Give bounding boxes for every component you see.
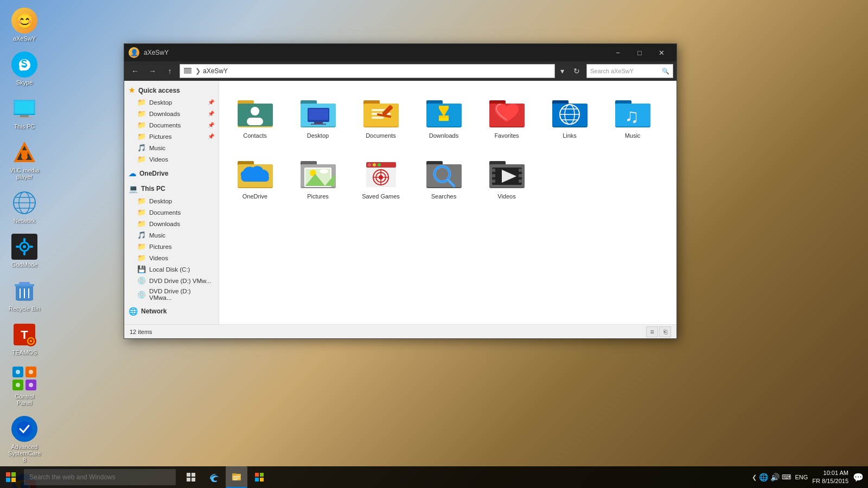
file-item-downloads[interactable]: Downloads: [414, 87, 473, 144]
downloads-folder-label: Downloads: [429, 132, 458, 139]
sidebar-pictures-label: Pictures: [149, 133, 172, 140]
task-view-button[interactable]: [180, 466, 202, 488]
desktop-icon-network[interactable]: Network: [5, 188, 43, 226]
sidebar-item-desktop[interactable]: 📁 Desktop 📌: [124, 97, 219, 108]
skype-label: Skype: [16, 79, 33, 86]
advsyscare-label: Advanced SystemCare 8: [8, 444, 41, 463]
desktop-icon-godmode[interactable]: GodMode: [5, 232, 43, 270]
desktop-icon-thispc[interactable]: This PC: [5, 93, 43, 132]
desktop-icon-recyclebin[interactable]: Recycle Bin: [5, 275, 43, 314]
sidebar-item-pictures[interactable]: 📁 Pictures 📌: [124, 131, 219, 142]
recyclebin-label: Recycle Bin: [9, 305, 40, 312]
folder-icon: 📁: [137, 254, 146, 262]
search-box[interactable]: Search aXeSwY 🔍: [586, 64, 673, 78]
svg-rect-59: [311, 124, 326, 125]
videos-folder-icon: [485, 153, 528, 191]
sidebar-item-music[interactable]: 🎵 Music: [124, 142, 219, 153]
sidebar-item-pictures2[interactable]: 📁 Pictures: [124, 241, 219, 252]
svg-rect-65: [372, 117, 384, 119]
address-bar[interactable]: ❯ aXeSwY: [180, 64, 555, 78]
sidebar-onedrive-header[interactable]: ☁ OneDrive: [124, 167, 219, 180]
refresh-button[interactable]: ↻: [569, 63, 584, 79]
desktop-icon-controlpanel[interactable]: Control Panel: [5, 363, 43, 408]
back-button[interactable]: ←: [127, 63, 143, 79]
sidebar-item-videos[interactable]: 📁 Videos: [124, 153, 219, 165]
sidebar-item-dvd2[interactable]: 💿 DVD Drive (D:) VMwa...: [124, 286, 219, 303]
svg-rect-146: [255, 478, 259, 481]
file-item-videos[interactable]: Videos: [477, 148, 536, 204]
file-item-links[interactable]: Links: [540, 87, 599, 144]
sidebar-item-localdisk[interactable]: 💾 Local Disk (C:): [124, 264, 219, 275]
tray-chevron[interactable]: ❮: [752, 474, 757, 481]
file-explorer-button[interactable]: [226, 466, 247, 488]
taskbar-search-input[interactable]: [24, 469, 176, 485]
sidebar-item-music2[interactable]: 🎵 Music: [124, 229, 219, 241]
desktop-icon-teamos[interactable]: T TEAMOS: [5, 319, 43, 358]
svg-rect-3: [20, 115, 29, 117]
minimize-button[interactable]: −: [607, 44, 629, 61]
sidebar-item-documents2[interactable]: 📁 Documents: [124, 207, 219, 218]
sidebar-item-downloads2[interactable]: 📁 Downloads: [124, 218, 219, 229]
sidebar-thispc-header[interactable]: 💻 This PC: [124, 182, 219, 195]
file-item-desktop[interactable]: Desktop: [289, 87, 347, 144]
folder-icon: 📁: [137, 132, 146, 140]
sidebar-item-dvd1[interactable]: 💿 DVD Drive (D:) VMw...: [124, 275, 219, 286]
tray-keyboard-icon: ⌨: [782, 473, 791, 481]
edge-button[interactable]: [203, 466, 225, 488]
onedrive-label: OneDrive: [139, 170, 168, 177]
maximize-button[interactable]: □: [629, 44, 650, 61]
sidebar-downloads2-label: Downloads: [149, 221, 180, 227]
clock-date: FR 8/15/2015: [812, 477, 848, 485]
music-folder-label: Music: [625, 132, 641, 139]
store-button[interactable]: [248, 466, 270, 488]
svg-rect-133: [6, 478, 10, 482]
address-path-text: aXeSwY: [203, 67, 228, 75]
close-button[interactable]: ✕: [650, 44, 672, 61]
file-item-searches[interactable]: Searches: [414, 148, 473, 204]
svg-rect-19: [29, 246, 33, 248]
sidebar-desktop2-label: Desktop: [149, 198, 172, 204]
desktop-folder-label: Desktop: [307, 132, 329, 139]
sidebar-item-downloads[interactable]: 📁 Downloads 📌: [124, 108, 219, 119]
sidebar-item-documents[interactable]: 📁 Documents 📌: [124, 119, 219, 131]
file-item-pictures[interactable]: Pictures: [289, 148, 347, 204]
file-item-music[interactable]: ♫ ♫ Music: [603, 87, 662, 144]
desktop-icon-axeswy[interactable]: 😊 aXeSwY: [5, 5, 43, 44]
forward-button[interactable]: →: [145, 63, 160, 79]
network-icon: [11, 190, 37, 216]
notifications-button[interactable]: 💬: [853, 472, 864, 483]
title-bar: 👤 aXeSwY − □ ✕: [124, 44, 676, 61]
up-button[interactable]: ↑: [162, 63, 177, 79]
svg-rect-131: [6, 472, 10, 477]
file-item-favorites[interactable]: Favorites: [477, 87, 536, 144]
file-item-contacts[interactable]: Contacts: [226, 87, 284, 144]
svg-rect-52: [247, 118, 263, 125]
svg-rect-126: [492, 179, 495, 183]
dropdown-button[interactable]: ▾: [557, 63, 567, 79]
file-item-onedrive[interactable]: OneDrive: [226, 148, 284, 204]
large-icons-view-button[interactable]: ⎗: [659, 326, 671, 337]
start-button[interactable]: [0, 466, 22, 488]
sidebar-localdisk-label: Local Disk (C:): [149, 266, 190, 273]
file-item-documents[interactable]: Documents: [352, 87, 410, 144]
contacts-icon: [233, 92, 277, 130]
details-view-button[interactable]: ≡: [646, 326, 658, 337]
navigation-bar: ← → ↑ ❯ aXeSwY ▾ ↻ Search aXeSwY 🔍: [124, 61, 676, 81]
svg-point-51: [251, 107, 259, 115]
lang-label: ENG: [795, 474, 808, 480]
item-count: 12 items: [130, 329, 152, 335]
taskbar-tray: ❮ 🌐 🔊 ⌨: [752, 473, 791, 481]
desktop-icon-vlc[interactable]: VLC media player: [5, 137, 43, 182]
svg-rect-8: [21, 150, 28, 155]
file-item-savedgames[interactable]: Saved Games: [352, 148, 410, 204]
quickaccess-label: Quick access: [138, 87, 180, 94]
svg-point-38: [29, 383, 33, 387]
sidebar-network-header[interactable]: 🌐 Network: [124, 305, 219, 318]
sidebar-quickaccess-header[interactable]: ★ Quick access: [124, 84, 219, 97]
sidebar-item-desktop2[interactable]: 📁 Desktop: [124, 195, 219, 207]
sidebar-item-videos2[interactable]: 📁 Videos: [124, 252, 219, 264]
desktop-icon-advsyscare[interactable]: Advanced SystemCare 8: [5, 414, 43, 465]
view-controls: ≡ ⎗: [646, 326, 671, 337]
desktop-icon-skype[interactable]: Skype: [5, 49, 43, 88]
svg-rect-144: [255, 473, 259, 477]
